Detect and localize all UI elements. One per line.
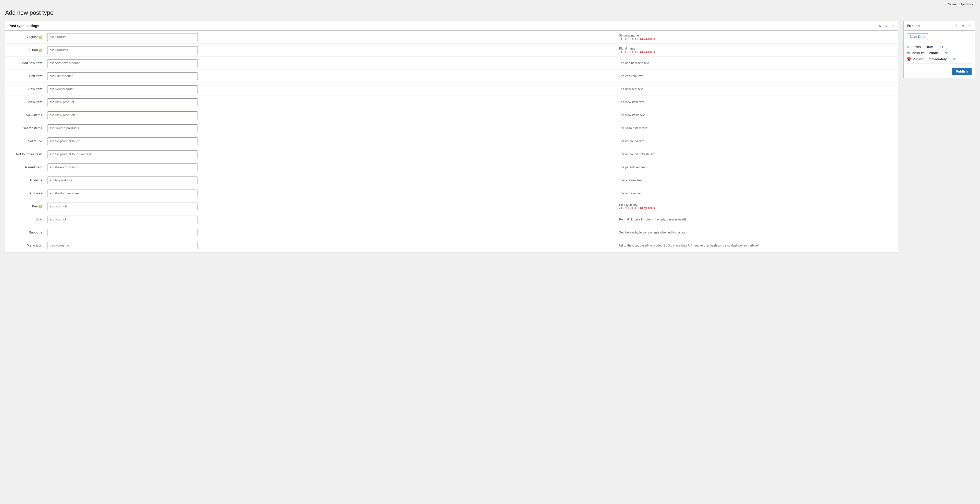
field-input-7[interactable]: [47, 124, 198, 132]
field-hint-6: The view items text.: [616, 108, 898, 121]
form-row: New itemThe new item text.: [5, 83, 898, 96]
sidebar: Publish Save Draft: [904, 21, 975, 78]
field-label-7: Search items: [5, 121, 46, 135]
publish-date-edit-link[interactable]: Edit: [951, 57, 956, 61]
screen-options-button[interactable]: Screen Options: [945, 1, 976, 7]
field-hint-15: Set the available components when editin…: [616, 226, 898, 239]
publish-chevron-down-icon: [962, 24, 965, 28]
field-hint-2: The add new item text.: [616, 56, 898, 70]
field-input-1[interactable]: [47, 46, 198, 54]
publish-footer: Publish: [907, 66, 972, 75]
publish-button[interactable]: Publish: [952, 68, 972, 75]
info-icon: ?: [38, 35, 42, 39]
field-input-cell-16: [46, 239, 616, 252]
field-input-3[interactable]: [47, 72, 198, 80]
panel-header[interactable]: Post type settings: [5, 21, 898, 31]
form-row: ArchivesThe archives text.: [5, 187, 898, 200]
field-input-0[interactable]: [47, 33, 198, 41]
field-label-6: View items: [5, 108, 46, 121]
field-input-cell-13: [46, 200, 616, 213]
field-input-cell-1: [46, 43, 616, 56]
field-input-4[interactable]: [47, 85, 198, 93]
field-input-5[interactable]: [47, 98, 198, 106]
field-label-2: Add new item: [5, 56, 46, 70]
panel-title: Post type settings: [8, 24, 39, 28]
form-row: Key?Post type key.- THIS FIELD IS REQUIR…: [5, 200, 898, 213]
field-hint-1: Plural name.- THIS FIELD IS REQUIRED: [616, 43, 898, 56]
field-label-4: New item: [5, 83, 46, 96]
field-label-15: Supports: [5, 226, 46, 239]
field-input-10[interactable]: [47, 163, 198, 171]
publish-date-row: 📅 Publish immediately Edit: [907, 57, 972, 61]
field-input-15[interactable]: [47, 229, 198, 236]
field-input-8[interactable]: [47, 137, 198, 145]
form-row: SupportsSet the available components whe…: [5, 226, 898, 239]
status-icon: ✏: [907, 45, 910, 49]
field-required-text: - THIS FIELD IS REQUIRED: [619, 50, 895, 53]
panel-close-button[interactable]: [891, 23, 895, 28]
field-hint-16: Url to the icon, base64-encoded SVG usin…: [616, 239, 898, 252]
field-input-cell-6: [46, 108, 616, 121]
form-row: Add new itemThe add new item text.: [5, 56, 898, 70]
field-label-16: Menu icon: [5, 239, 46, 252]
field-input-12[interactable]: [47, 190, 198, 197]
field-input-cell-5: [46, 96, 616, 108]
save-draft-button[interactable]: Save Draft: [907, 33, 928, 40]
field-hint-5: The view item text.: [616, 96, 898, 108]
visibility-edit-link[interactable]: Edit: [943, 51, 948, 55]
field-input-9[interactable]: [47, 150, 198, 158]
form-row: Singular?Singular name.- THIS FIELD IS R…: [5, 31, 898, 44]
field-label-12: Archives: [5, 187, 46, 200]
publish-close-icon: [968, 24, 970, 28]
visibility-label: Visibility:: [912, 51, 924, 55]
form-row: View itemThe view item text.: [5, 96, 898, 108]
field-input-cell-11: [46, 174, 616, 187]
form-row: Not foundThe not found text.: [5, 135, 898, 148]
field-hint-8: The not found text.: [616, 135, 898, 148]
field-label-9: Not found in trash: [5, 148, 46, 161]
field-label-8: Not found: [5, 135, 46, 148]
panel-collapse-down-button[interactable]: [884, 23, 889, 28]
panel-controls: [877, 23, 895, 28]
visibility-row: 👁 Visibility: Public Edit: [907, 51, 972, 55]
form-row: Parent itemThe parent item text.: [5, 161, 898, 174]
status-value: Draft: [926, 45, 933, 49]
form-row: Plural?Plural name.- THIS FIELD IS REQUI…: [5, 43, 898, 56]
status-edit-link[interactable]: Edit: [937, 45, 943, 49]
top-bar: Screen Options: [941, 0, 980, 8]
publish-collapse-up-button[interactable]: [954, 23, 959, 28]
field-input-6[interactable]: [47, 112, 198, 119]
field-input-cell-15: [46, 226, 616, 239]
calendar-icon: 📅: [907, 57, 911, 61]
panel-collapse-up-button[interactable]: [877, 23, 883, 28]
status-label: Status:: [912, 45, 921, 49]
field-hint-4: The new item text.: [616, 83, 898, 96]
publish-panel: Publish Save Draft: [904, 21, 975, 78]
field-label-11: All items: [5, 174, 46, 187]
page-wrap: Add new post type Post type settings: [0, 0, 980, 257]
field-input-13[interactable]: [47, 203, 198, 210]
form-row: SlugPermalink base for posts (if empty, …: [5, 213, 898, 226]
field-hint-11: The all items text.: [616, 174, 898, 187]
field-input-cell-9: [46, 148, 616, 161]
field-input-16[interactable]: [47, 242, 198, 249]
content-area: Post type settings: [5, 21, 898, 252]
form-row: Not found in trashThe not found in trash…: [5, 148, 898, 161]
field-hint-10: The parent item text.: [616, 161, 898, 174]
publish-close-button[interactable]: [967, 23, 972, 28]
field-required-text: - THIS FIELD IS REQUIRED: [619, 37, 895, 40]
publish-collapse-down-button[interactable]: [961, 23, 966, 28]
field-input-cell-0: [46, 31, 616, 44]
field-input-11[interactable]: [47, 177, 198, 184]
field-input-cell-14: [46, 213, 616, 226]
field-hint-9: The not found in trash text.: [616, 148, 898, 161]
field-input-2[interactable]: [47, 59, 198, 67]
publish-meta: ✏ Status: Draft Edit 👁 Visibility: Publi…: [907, 43, 972, 64]
visibility-value: Public: [929, 51, 939, 55]
field-input-cell-8: [46, 135, 616, 148]
chevron-down-icon: [885, 24, 888, 28]
field-input-14[interactable]: [47, 215, 198, 223]
field-input-cell-4: [46, 83, 616, 96]
visibility-icon: 👁: [907, 51, 910, 55]
publish-header: Publish: [904, 21, 975, 31]
